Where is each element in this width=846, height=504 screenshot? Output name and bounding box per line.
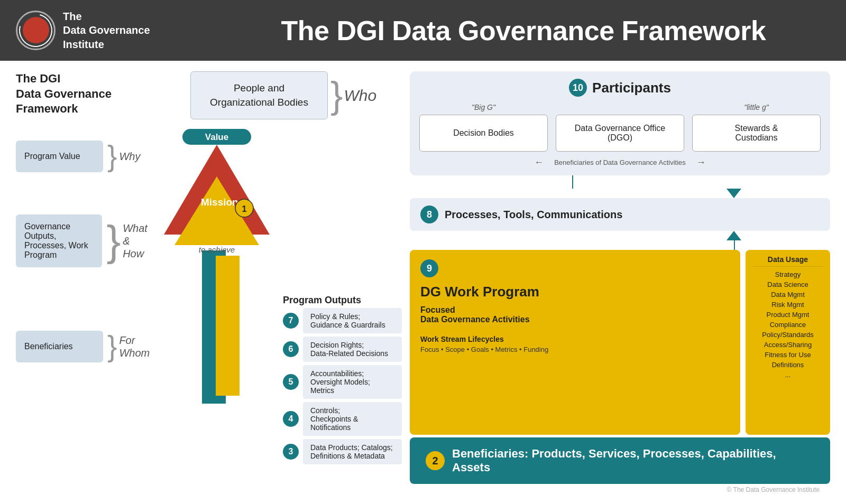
work-stream-label: Work Stream Lifecycles	[420, 335, 730, 343]
dg-work-subtitle: Focused Data Governance Activities	[420, 305, 730, 324]
outputs-title: Program Outputs	[283, 295, 402, 306]
triangles-svg: Value Mission 1	[159, 129, 275, 256]
output-badge-6: 6	[283, 341, 299, 357]
beneficiaries-badge: 2	[426, 451, 445, 470]
governance-outputs-box: Governance Outputs, Processes, Work Prog…	[16, 214, 102, 267]
people-org-row: People and Organizational Bodies } Who	[190, 71, 402, 119]
output-text-7: Policy & Rules; Guidance & Guardrails	[303, 308, 402, 333]
to-achieve-label: to achieve	[199, 245, 235, 254]
processes-badge: 8	[420, 206, 438, 223]
beneficiaries-arrow-row: ← Beneficiaries of Data Governance Activ…	[419, 157, 821, 168]
participant-col-3: "little g" Stewards & Custodians	[692, 103, 821, 152]
why-brace-label: } Why	[107, 142, 140, 171]
forwhom-brace-label: } For Whom	[107, 332, 150, 361]
output-list: 7 Policy & Rules; Guidance & Guardrails …	[283, 308, 402, 464]
output-badge-5: 5	[283, 374, 299, 390]
big-g-label: "Big G"	[419, 103, 548, 111]
dg-work-area: 9 DG Work Program Focused Data Governanc…	[410, 250, 830, 435]
svg-text:Mission: Mission	[201, 197, 238, 208]
list-item: Policy/Standards	[753, 330, 823, 340]
svg-text:1: 1	[242, 204, 247, 213]
output-text-5: Accountabilities; Oversight Models; Metr…	[303, 365, 402, 399]
logo-icon	[16, 11, 56, 50]
participants-title: Participants	[592, 80, 671, 96]
work-stream-area: Work Stream Lifecycles Focus • Scope • G…	[420, 335, 730, 353]
list-item: Data Science	[753, 279, 823, 290]
list-item: 5 Accountabilities; Oversight Models; Me…	[283, 365, 402, 399]
outputs-col: Program Outputs 7 Policy & Rules; Guidan…	[275, 124, 402, 493]
list-item: Product Mgmt	[753, 310, 823, 320]
down-arrowhead-icon	[727, 189, 741, 198]
participant-col-2: x Data Governance Office (DGO)	[556, 103, 684, 152]
logo-text: The Data Governance Institute	[63, 10, 150, 51]
logo-line2: Data Governance	[63, 24, 150, 36]
list-item: 6 Decision Rights; Data-Related Decision…	[283, 337, 402, 362]
brace-icon: }	[107, 142, 117, 171]
whathow-brace-label: } What & How	[106, 220, 153, 262]
why-label: Why	[119, 150, 140, 163]
logo-line1: The	[63, 11, 82, 22]
dg-work-header: 9	[420, 259, 730, 277]
up-arrow-line	[734, 240, 735, 250]
beneficiaries-bar: 2 Beneficiaries: Products, Services, Pro…	[410, 437, 830, 484]
up-arrow-container	[410, 240, 830, 250]
visual-row: Value Mission 1 to achieve	[159, 124, 402, 493]
list-item: Data Mgmt	[753, 290, 823, 300]
brace-icon: }	[107, 332, 117, 361]
arrow-left-icon: ←	[534, 157, 544, 168]
down-arrowhead-container	[410, 189, 830, 198]
dg-work-box: 9 DG Work Program Focused Data Governanc…	[410, 250, 740, 435]
output-badge-4: 4	[283, 411, 299, 427]
framework-title: The DGI Data Governance Framework	[16, 71, 153, 117]
center-panel: People and Organizational Bodies } Who V…	[159, 71, 402, 493]
output-text-6: Decision Rights; Data-Related Decisions	[303, 337, 402, 362]
arrow-right-icon: →	[696, 157, 706, 168]
list-item: 7 Policy & Rules; Guidance & Guardrails	[283, 308, 402, 333]
beneficiaries-text: Beneficiaries: Products, Services, Proce…	[452, 447, 814, 474]
list-item: Governance Outputs, Processes, Work Prog…	[16, 214, 153, 267]
dgo-box: Data Governance Office (DGO)	[556, 115, 684, 152]
copyright-label: © The Data Governance Institute	[410, 486, 830, 493]
logo-arrows-icon	[13, 7, 58, 53]
list-item: Access/Sharing	[753, 340, 823, 350]
output-text-3: Data Products; Catalogs; Definitions & M…	[303, 439, 402, 464]
data-usage-header: Data Usage	[753, 255, 823, 267]
output-badge-7: 7	[283, 313, 299, 329]
gold-vertical-bar	[216, 256, 240, 396]
header: The Data Governance Institute The DGI Da…	[0, 0, 846, 61]
logo-area: The Data Governance Institute	[16, 10, 217, 51]
left-panel: The DGI Data Governance Framework Progra…	[16, 71, 159, 493]
svg-text:Value: Value	[205, 132, 228, 142]
program-value-box: Program Value	[16, 141, 103, 172]
beneficiaries-activities-label: Beneficiaries of Data Governance Activit…	[554, 158, 686, 166]
dg-work-title: DG Work Program	[420, 284, 730, 300]
list-item: 4 Controls; Checkpoints & Notifications	[283, 402, 402, 436]
down-arrow-container	[410, 175, 830, 189]
decision-bodies-box: Decision Bodies	[419, 115, 548, 152]
beneficiaries-box: Beneficiaries	[16, 331, 103, 362]
output-badge-3: 3	[283, 444, 299, 460]
stewards-box: Stewards & Custodians	[692, 115, 821, 152]
data-usage-box: Data Usage Strategy Data Science Data Mg…	[746, 250, 830, 435]
list-item: Fitness for Use	[753, 350, 823, 360]
page-title: The DGI Data Governance Framework	[217, 15, 830, 46]
triangle-wrapper: Value Mission 1 to achieve	[159, 129, 275, 277]
people-org-box: People and Organizational Bodies	[190, 71, 328, 119]
list-item: ...	[753, 370, 823, 380]
list-item: Program Value } Why	[16, 141, 153, 172]
page-root: The Data Governance Institute The DGI Da…	[0, 0, 846, 504]
list-item: Definitions	[753, 360, 823, 370]
who-label: Who	[344, 87, 376, 105]
participants-cols: "Big G" Decision Bodies x Data Governanc…	[419, 103, 821, 152]
list-item: Strategy	[753, 269, 823, 279]
little-g-label: "little g"	[692, 103, 821, 111]
logo-line3: Institute	[63, 39, 104, 50]
work-stream-items: Focus • Scope • Goals • Metrics • Fundin…	[420, 346, 730, 353]
processes-title: Processes, Tools, Communications	[445, 209, 622, 221]
output-text-4: Controls; Checkpoints & Notifications	[303, 402, 402, 436]
right-panel: 10 Participants "Big G" Decision Bodies …	[402, 71, 830, 493]
list-item: Risk Mgmt	[753, 300, 823, 310]
whathow-label: What & How	[123, 222, 153, 260]
participant-col-1: "Big G" Decision Bodies	[419, 103, 548, 152]
list-item: Compliance	[753, 320, 823, 330]
